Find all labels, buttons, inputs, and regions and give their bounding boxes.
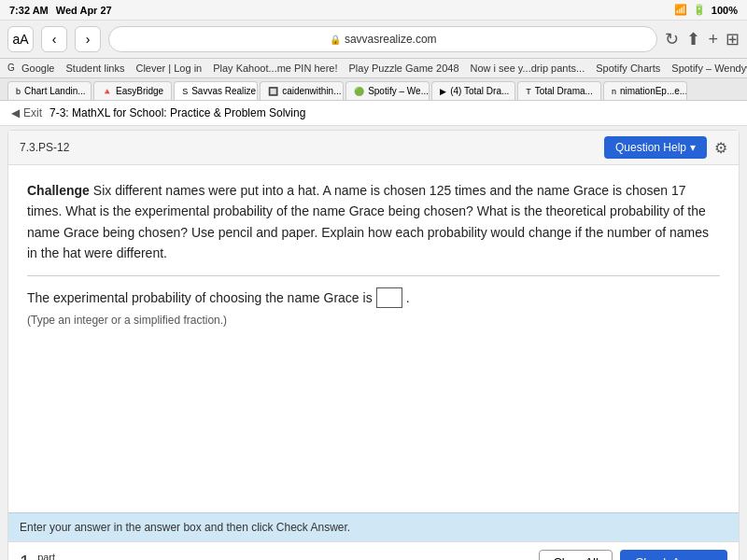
google-icon: G bbox=[7, 63, 19, 74]
part-number: 1 bbox=[20, 552, 30, 560]
reload-icon[interactable]: ↻ bbox=[665, 29, 679, 49]
tab-spotify-we-icon: 🟢 bbox=[354, 87, 364, 96]
back-button[interactable]: ‹ bbox=[41, 26, 67, 52]
tab-savvas[interactable]: S Savvas Realize bbox=[174, 81, 258, 100]
content-divider bbox=[27, 275, 720, 276]
gear-icon: ⚙ bbox=[714, 140, 727, 156]
clear-all-button[interactable]: Clear All bbox=[539, 550, 612, 560]
tab-animation-icon: n bbox=[612, 87, 616, 96]
lock-icon: 🔒 bbox=[330, 35, 341, 45]
instruction-bar: Enter your answer in the answer box and … bbox=[8, 512, 739, 541]
tab-easybridge-icon: 🔺 bbox=[102, 87, 112, 96]
check-answer-button[interactable]: Check Answer bbox=[620, 550, 727, 560]
exit-chevron-icon: ◀ bbox=[11, 106, 20, 119]
question-header: 7.3.PS-12 Question Help ▾ ⚙ bbox=[8, 131, 739, 165]
content-area: 7.3.PS-12 Question Help ▾ ⚙ Challenge Si… bbox=[7, 130, 740, 560]
header-right: Question Help ▾ ⚙ bbox=[604, 136, 727, 159]
bookmark-clever[interactable]: Clever | Log in bbox=[135, 63, 202, 74]
instruction-text: Enter your answer in the answer box and … bbox=[20, 521, 350, 534]
answer-row: The experimental probability of choosing… bbox=[27, 287, 720, 308]
question-id: 7.3.PS-12 bbox=[20, 141, 69, 154]
gear-button[interactable]: ⚙ bbox=[714, 139, 727, 157]
tab-chart-icon: b bbox=[16, 87, 21, 96]
dropdown-icon: ▾ bbox=[690, 141, 696, 154]
breadcrumb: 7-3: MathXL for School: Practice & Probl… bbox=[49, 106, 305, 119]
exit-label: Exit bbox=[23, 106, 42, 119]
share-icon[interactable]: ⬆ bbox=[686, 29, 700, 49]
tab-total-drama2[interactable]: T Total Drama... bbox=[517, 81, 601, 100]
tab-total-drama[interactable]: ▶ (4) Total Dra... bbox=[431, 81, 515, 100]
question-help-button[interactable]: Question Help ▾ bbox=[604, 136, 707, 159]
forward-button[interactable]: › bbox=[75, 26, 101, 52]
tab-caiden-icon: 🔲 bbox=[268, 87, 278, 96]
problem-text: Challenge Six different names were put i… bbox=[27, 180, 720, 264]
url-bar[interactable]: 🔒 savvasrealize.com bbox=[108, 26, 657, 52]
tab-animation[interactable]: n nimationEp...e... bbox=[603, 81, 687, 100]
url-text: savvasrealize.com bbox=[345, 33, 437, 46]
tab-chart[interactable]: b Chart Landin... bbox=[7, 81, 92, 100]
bookmark-spotify-charts[interactable]: Spotify Charts bbox=[596, 63, 660, 74]
text-size-button[interactable]: aA bbox=[7, 26, 34, 52]
answer-box[interactable] bbox=[376, 287, 402, 308]
part-indicator: 1 part remaining bbox=[20, 552, 164, 560]
tab-spotify-we[interactable]: 🟢 Spotify – We... bbox=[345, 81, 430, 100]
tab-savvas-icon: S bbox=[182, 87, 188, 96]
status-time: 7:32 AM bbox=[9, 5, 49, 16]
answer-dot: . bbox=[406, 287, 410, 308]
bookmark-spotify-wendy[interactable]: Spotify – Wendywhaleym bbox=[671, 63, 747, 74]
tab-easybridge[interactable]: 🔺 EasyBridge bbox=[93, 81, 172, 100]
battery-icon: 🔋 bbox=[693, 4, 706, 16]
bookmark-now[interactable]: Now i see y...drip pants... bbox=[471, 63, 585, 74]
challenge-label: Challenge bbox=[27, 183, 90, 198]
wifi-icon: 📶 bbox=[674, 4, 687, 16]
tab-total-drama2-icon: T bbox=[526, 87, 531, 96]
status-bar: 7:32 AM Wed Apr 27 📶 🔋 100% bbox=[0, 0, 747, 21]
footer-controls: 1 part remaining Clear All Check Answer bbox=[8, 541, 739, 560]
exit-button[interactable]: ◀ Exit bbox=[11, 106, 42, 119]
bookmark-puzzle[interactable]: Play Puzzle Game 2048 bbox=[349, 63, 459, 74]
bookmark-student-links[interactable]: Student links bbox=[65, 63, 124, 74]
bookmarks-bar: G Google Student links Clever | Log in P… bbox=[0, 59, 747, 78]
bookmark-kahoot[interactable]: Play Kahoot...me PIN here! bbox=[213, 63, 337, 74]
question-content: Challenge Six different names were put i… bbox=[8, 165, 739, 344]
hint-text: (Type an integer or a simplified fractio… bbox=[27, 312, 720, 329]
tab-total-drama-icon: ▶ bbox=[440, 87, 446, 96]
add-tab-icon[interactable]: + bbox=[708, 30, 718, 49]
part-label: part bbox=[37, 552, 82, 560]
tab-bar: b Chart Landin... 🔺 EasyBridge S Savvas … bbox=[0, 78, 747, 101]
browser-toolbar: aA ‹ › 🔒 savvasrealize.com ↻ ⬆ + ⊞ bbox=[0, 21, 747, 59]
answer-prompt: The experimental probability of choosing… bbox=[27, 287, 373, 308]
status-day: Wed Apr 27 bbox=[56, 5, 112, 16]
question-help-label: Question Help bbox=[615, 141, 686, 154]
nav-bar: ◀ Exit 7-3: MathXL for School: Practice … bbox=[0, 101, 747, 126]
tab-caiden[interactable]: 🔲 caidenwithin... bbox=[260, 81, 344, 100]
problem-body: Six different names were put into a hat.… bbox=[27, 183, 709, 260]
battery-percent: 100% bbox=[712, 5, 738, 16]
grid-icon[interactable]: ⊞ bbox=[726, 29, 740, 49]
bookmark-google[interactable]: G Google bbox=[7, 63, 54, 74]
